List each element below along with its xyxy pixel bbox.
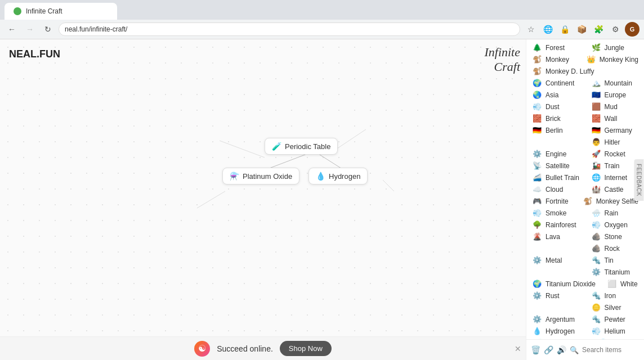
sidebar-item-europe[interactable]: 🇪🇺 Europe bbox=[585, 89, 645, 101]
sidebar-item-monkey[interactable]: 🐒 Monkey bbox=[526, 53, 580, 65]
europe-icon: 🇪🇺 bbox=[591, 91, 601, 99]
sidebar-item-monkey-king[interactable]: 👑 Monkey King bbox=[580, 53, 644, 65]
sidebar-item-rock[interactable]: 🪨 Rock bbox=[585, 242, 645, 254]
element-platinum-oxide[interactable]: ⚗️ Platinum Oxide bbox=[222, 168, 299, 184]
luffy-icon: 🐒 bbox=[532, 67, 542, 75]
sidebar-item-silver[interactable]: 🪙 Silver bbox=[585, 302, 645, 313]
sidebar-row: 🌋 Lava 🪨 Stone bbox=[526, 231, 644, 242]
germany-icon: 🇩🇪 bbox=[591, 126, 601, 134]
app-title-line2: Craft bbox=[484, 60, 520, 74]
smoke-icon: 💨 bbox=[532, 209, 542, 217]
jungle-icon: 🌿 bbox=[591, 43, 601, 52]
sidebar-item-smoke[interactable]: 💨 Smoke bbox=[526, 207, 585, 219]
address-bar[interactable]: neal.fun/infinite-craft/ bbox=[59, 22, 520, 36]
shop-now-button[interactable]: Shop Now bbox=[280, 341, 332, 356]
active-tab[interactable]: Infinite Craft bbox=[5, 3, 117, 20]
sidebar-item-dust[interactable]: 💨 Dust bbox=[526, 101, 585, 112]
sidebar-item-cloud[interactable]: ☁️ Cloud bbox=[526, 183, 585, 195]
engine-icon: ⚙️ bbox=[532, 150, 542, 158]
sidebar-item-germany[interactable]: 🇩🇪 Germany bbox=[585, 124, 645, 136]
share-icon[interactable]: 🔗 bbox=[544, 343, 553, 357]
smoke-label: Smoke bbox=[545, 209, 566, 217]
sidebar-item-white[interactable]: ⬜ White bbox=[601, 278, 644, 290]
extension-icon3[interactable]: 📦 bbox=[574, 22, 589, 37]
sidebar-item-hydrogen[interactable]: 💧 Hydrogen bbox=[526, 325, 585, 337]
titanium-label: Titanium bbox=[605, 268, 630, 276]
sidebar-item-titanium[interactable]: ⚙️ Titanium bbox=[585, 266, 645, 278]
svg-line-2 bbox=[220, 141, 265, 158]
periodic-table-label: Periodic Table bbox=[285, 142, 330, 151]
sidebar-item-bullet-train[interactable]: 🚄 Bullet Train bbox=[526, 172, 585, 183]
sidebar-item-engine[interactable]: ⚙️ Engine bbox=[526, 148, 585, 160]
sidebar-row: 🚄 Bullet Train 🌐 Internet bbox=[526, 172, 644, 183]
monkey-icon: 🐒 bbox=[532, 55, 542, 64]
dust-label: Dust bbox=[545, 103, 560, 111]
sidebar-item-satellite[interactable]: 📡 Satellite bbox=[526, 160, 585, 172]
sidebar-item-brick[interactable]: 🧱 Brick bbox=[526, 112, 585, 124]
element-hydrogen[interactable]: 💧 Hydrogen bbox=[308, 168, 368, 184]
sidebar-item-oxygen[interactable]: 💨 Oxygen bbox=[585, 219, 645, 231]
element-periodic-table[interactable]: 🧪 Periodic Table bbox=[265, 138, 338, 155]
sidebar-item-titanium-dioxide[interactable]: 🌍 Titanium Dioxide bbox=[526, 278, 601, 290]
sidebar-item-jungle[interactable]: 🌿 Jungle bbox=[585, 42, 645, 53]
profile-avatar[interactable]: G bbox=[625, 22, 639, 37]
sidebar-item-mountain[interactable]: 🏔️ Mountain bbox=[585, 77, 645, 89]
back-button[interactable]: ← bbox=[5, 22, 19, 37]
forward-button[interactable]: → bbox=[23, 22, 37, 37]
sidebar-item-rain[interactable]: 🌧️ Rain bbox=[585, 207, 645, 219]
sidebar-row: 🎮 Fortnite 🐒 Monkey Selfie bbox=[526, 195, 644, 207]
platinum-oxide-label: Platinum Oxide bbox=[243, 172, 292, 181]
sidebar-item-monkey-luffy[interactable]: 🐒 Monkey D. Luffy bbox=[526, 65, 644, 77]
sidebar-item-fortnite[interactable]: 🎮 Fortnite bbox=[526, 195, 577, 207]
bookmark-icon[interactable]: ☆ bbox=[524, 22, 538, 37]
sidebar-item-tin[interactable]: 🔩 Tin bbox=[585, 254, 645, 266]
refresh-button[interactable]: ↻ bbox=[41, 22, 55, 37]
oxygen-label: Oxygen bbox=[605, 221, 628, 229]
bullet-train-label: Bullet Train bbox=[545, 174, 579, 182]
feedback-tab[interactable]: FEEDBACK bbox=[634, 159, 644, 201]
sidebar-item-helium[interactable]: 💨 Helium bbox=[585, 325, 645, 337]
sidebar-item-argentum[interactable]: ⚙️ Argentum bbox=[526, 313, 585, 325]
extension-icon4[interactable]: 🧩 bbox=[591, 22, 606, 37]
sidebar-item-stone[interactable]: 🪨 Stone bbox=[585, 231, 645, 242]
extension-icon1[interactable]: 🌐 bbox=[540, 22, 555, 37]
sidebar-item-forest[interactable]: 🌲 Forest bbox=[526, 42, 585, 53]
sidebar-item-pewter[interactable]: 🔩 Pewter bbox=[585, 313, 645, 325]
site-logo: NEAL.FUN bbox=[9, 48, 60, 60]
sidebar-row: 💧 Hydrogen 💨 Helium bbox=[526, 325, 644, 337]
sidebar-row: 🪨 Rock bbox=[526, 242, 644, 254]
sidebar-item-rust[interactable]: ⚙️ Rust bbox=[526, 290, 585, 302]
sidebar-item-continent[interactable]: 🌍 Continent bbox=[526, 77, 585, 89]
extension-icon2[interactable]: 🔒 bbox=[557, 22, 572, 37]
ad-close-button[interactable]: ✕ bbox=[515, 344, 521, 353]
monkey-selfie-icon: 🐒 bbox=[583, 197, 593, 205]
cloud-icon: ☁️ bbox=[532, 185, 542, 194]
sidebar-item-rainforest[interactable]: 🌳 Rainforest bbox=[526, 219, 585, 231]
monkey-king-icon: 👑 bbox=[586, 55, 596, 64]
canvas-area[interactable]: NEAL.FUN Infinite Craft 🧪 Periodic Table… bbox=[0, 39, 526, 360]
titanium-dioxide-icon: 🌍 bbox=[532, 280, 542, 288]
wall-label: Wall bbox=[605, 115, 618, 123]
sidebar-item-wall[interactable]: 🧱 Wall bbox=[585, 112, 645, 124]
search-input[interactable] bbox=[582, 346, 644, 354]
toolbar-icons: ☆ 🌐 🔒 📦 🧩 ⚙ G bbox=[524, 22, 639, 37]
delete-icon[interactable]: 🗑️ bbox=[531, 343, 540, 357]
sidebar-item-asia[interactable]: 🌏 Asia bbox=[526, 89, 585, 101]
sidebar-row: ⚙️ Titanium bbox=[526, 266, 644, 278]
mud-icon: 🟫 bbox=[591, 102, 601, 111]
sidebar-item-rocket[interactable]: 🚀 Rocket bbox=[585, 148, 645, 160]
rocket-icon: 🚀 bbox=[591, 150, 601, 158]
rocket-label: Rocket bbox=[605, 150, 625, 158]
sidebar-item-mud[interactable]: 🟫 Mud bbox=[585, 101, 645, 112]
sidebar-item-lava[interactable]: 🌋 Lava bbox=[526, 231, 585, 242]
forest-label: Forest bbox=[545, 44, 565, 52]
periodic-table-emoji: 🧪 bbox=[272, 142, 281, 151]
germany-label: Germany bbox=[605, 127, 632, 134]
sound-icon[interactable]: 🔊 bbox=[557, 343, 566, 357]
sidebar-item-hitler[interactable]: 👨 Hitler bbox=[585, 136, 645, 148]
sidebar-item-iron[interactable]: 🔩 Iron bbox=[585, 290, 645, 302]
settings-icon[interactable]: ⚙ bbox=[608, 22, 623, 37]
silver-label: Silver bbox=[605, 304, 621, 312]
sidebar-item-metal[interactable]: ⚙️ Metal bbox=[526, 254, 585, 266]
sidebar-item-berlin[interactable]: 🇩🇪 Berlin bbox=[526, 124, 585, 136]
